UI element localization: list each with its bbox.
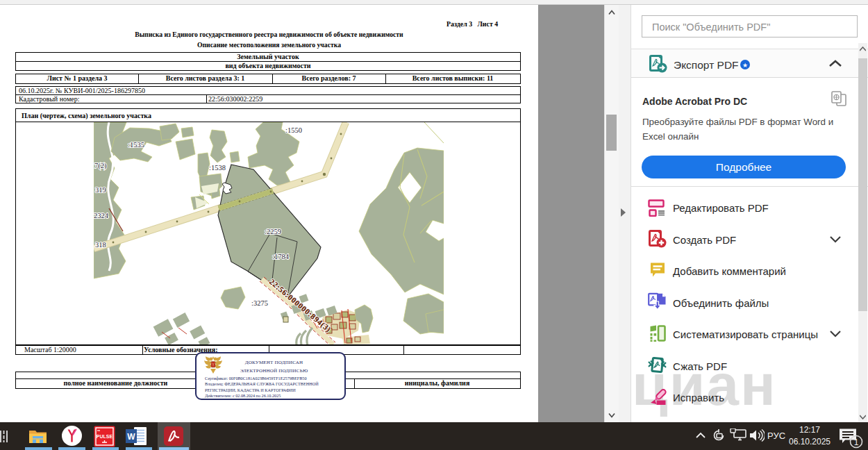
svg-text::1538: :1538 — [209, 164, 226, 172]
svg-text::1535: :1535 — [128, 141, 144, 149]
svg-text::3275: :3275 — [251, 299, 268, 307]
svg-text::2259: :2259 — [265, 228, 281, 235]
svg-text::1784: :1784 — [272, 253, 290, 260]
svg-text:W: W — [127, 432, 135, 442]
svg-text:2324: 2324 — [94, 212, 109, 219]
svg-text:22:56:000000:894(3): 22:56:000000:894(3) — [267, 277, 333, 334]
svg-text:PULSE: PULSE — [97, 434, 113, 439]
svg-text:318: 318 — [95, 241, 106, 249]
svg-text::1550: :1550 — [285, 126, 302, 134]
svg-text:7(2): 7(2) — [94, 162, 107, 170]
svg-text:319: 319 — [95, 186, 106, 194]
svg-text:★: ★ — [742, 62, 748, 69]
svg-text:1: 1 — [854, 438, 859, 447]
